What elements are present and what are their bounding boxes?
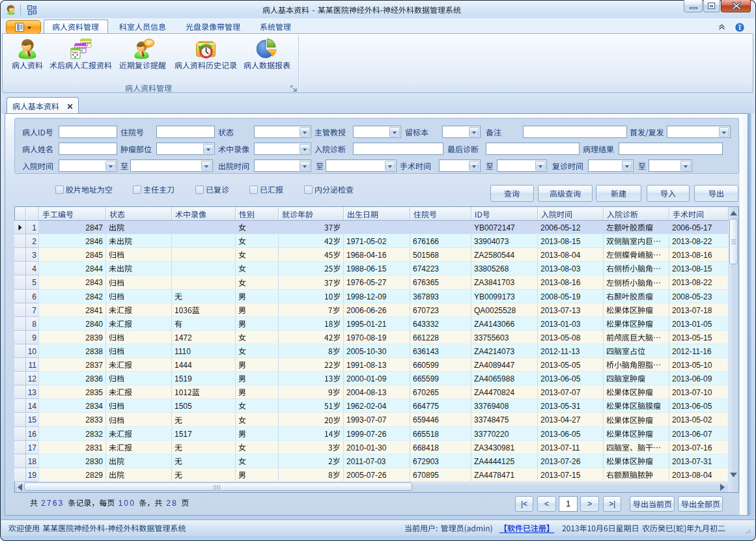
- svg-text:i: i: [738, 23, 740, 31]
